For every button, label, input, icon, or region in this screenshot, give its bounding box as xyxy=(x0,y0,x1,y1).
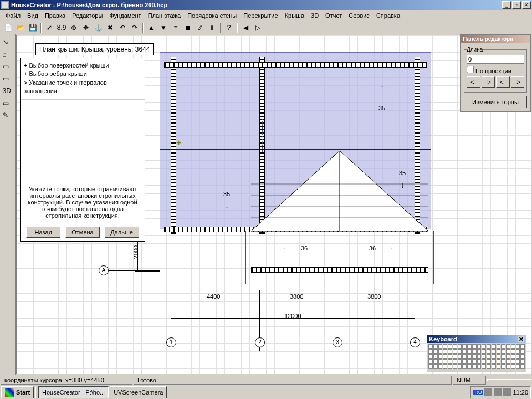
key[interactable] xyxy=(501,354,505,359)
menu-item[interactable]: План этажа xyxy=(145,11,184,20)
length-input[interactable] xyxy=(467,55,524,64)
menu-item[interactable]: Порядовка стены xyxy=(184,11,240,20)
key[interactable] xyxy=(443,354,447,359)
toolbar-button[interactable]: ⚓ xyxy=(93,22,104,33)
key[interactable] xyxy=(516,359,520,364)
key[interactable] xyxy=(511,354,515,359)
key[interactable] xyxy=(448,354,452,359)
key[interactable] xyxy=(511,359,515,364)
key[interactable] xyxy=(448,364,452,369)
key[interactable] xyxy=(453,354,457,359)
tray-icon[interactable] xyxy=(484,388,492,396)
tool-button[interactable]: ▭ xyxy=(2,74,13,85)
toolbar-button[interactable]: ≡ xyxy=(170,22,181,33)
menu-item[interactable]: Перекрытие xyxy=(240,11,281,20)
taskbar-task[interactable]: UVScreenCamera xyxy=(110,386,167,398)
key[interactable] xyxy=(487,354,491,359)
key[interactable] xyxy=(482,349,486,354)
key[interactable] xyxy=(501,349,505,354)
toolbar-button[interactable]: ↶ xyxy=(117,22,128,33)
key[interactable] xyxy=(453,359,457,364)
canvas[interactable]: План крыши: Крыша, уровень: 3644 + Выбор… xyxy=(16,35,531,374)
key[interactable] xyxy=(497,354,501,359)
key[interactable] xyxy=(443,349,447,354)
key[interactable] xyxy=(506,344,510,349)
menu-item[interactable]: Правка xyxy=(42,11,69,20)
toolbar-button[interactable]: 💾 xyxy=(27,22,38,33)
onscreen-keyboard[interactable]: Keyboard✕ xyxy=(427,335,526,372)
toolbar-button[interactable]: 8.9 xyxy=(56,22,67,33)
menu-item[interactable]: Редакторы xyxy=(69,11,106,20)
menu-item[interactable]: Справка xyxy=(373,11,403,20)
next-button[interactable]: Дальше xyxy=(105,227,139,238)
key[interactable] xyxy=(492,364,496,369)
tool-button[interactable]: ✎ xyxy=(2,111,13,122)
key[interactable] xyxy=(448,349,452,354)
toolbar-button[interactable]: ✖ xyxy=(105,22,116,33)
toolbar-button[interactable]: ⫽ xyxy=(195,22,206,33)
toolbar-button[interactable]: 📂 xyxy=(15,22,26,33)
key[interactable] xyxy=(462,344,467,349)
toolbar-button[interactable]: ↷ xyxy=(129,22,140,33)
toolbar-button[interactable]: ▼ xyxy=(158,22,169,33)
menu-item[interactable]: Фундамент xyxy=(106,11,144,20)
menu-item[interactable]: Отчет xyxy=(322,11,345,20)
key[interactable] xyxy=(438,354,443,359)
key[interactable] xyxy=(453,344,457,349)
key[interactable] xyxy=(443,344,447,349)
key[interactable] xyxy=(477,349,482,354)
cancel-button[interactable]: Отмена xyxy=(65,227,100,238)
key[interactable] xyxy=(506,349,510,354)
key[interactable] xyxy=(458,359,462,364)
tray-icon[interactable] xyxy=(503,388,511,396)
toolbar-button[interactable]: 📄 xyxy=(3,22,14,33)
key[interactable] xyxy=(453,349,457,354)
key[interactable] xyxy=(497,359,501,364)
menu-item[interactable]: Файл xyxy=(2,11,24,20)
key[interactable] xyxy=(520,359,525,364)
key[interactable] xyxy=(433,354,438,359)
toolbar-button[interactable]: ⫿ xyxy=(207,22,218,33)
key[interactable] xyxy=(511,349,515,354)
projection-checkbox[interactable] xyxy=(467,66,474,73)
key[interactable] xyxy=(448,344,452,349)
key[interactable] xyxy=(497,349,501,354)
key[interactable] xyxy=(482,359,486,364)
key[interactable] xyxy=(438,349,443,354)
arrow-left-button[interactable]: <- xyxy=(467,76,480,88)
menu-item[interactable]: Вид xyxy=(24,11,42,20)
key[interactable] xyxy=(501,359,505,364)
key[interactable] xyxy=(487,364,491,369)
key[interactable] xyxy=(506,364,510,369)
key[interactable] xyxy=(501,344,505,349)
key[interactable] xyxy=(433,349,438,354)
key[interactable] xyxy=(467,364,472,369)
key[interactable] xyxy=(428,364,433,369)
key[interactable] xyxy=(492,354,496,359)
key[interactable] xyxy=(428,344,433,349)
key[interactable] xyxy=(428,354,433,359)
key[interactable] xyxy=(477,344,482,349)
close-button[interactable]: ✕ xyxy=(522,1,531,9)
arrow-left-button[interactable]: <- xyxy=(496,76,510,88)
toolbar-button[interactable]: ≣ xyxy=(182,22,193,33)
key[interactable] xyxy=(477,364,482,369)
key[interactable] xyxy=(482,344,486,349)
menu-item[interactable]: 3D xyxy=(308,11,322,20)
minimize-button[interactable]: _ xyxy=(502,1,511,9)
menu-item[interactable]: Сервис xyxy=(345,11,373,20)
key[interactable] xyxy=(516,344,520,349)
tool-button[interactable]: 3D xyxy=(2,86,13,98)
toolbar-button[interactable]: ⤢ xyxy=(44,22,55,33)
key[interactable] xyxy=(511,364,515,369)
key[interactable] xyxy=(433,359,438,364)
arrow-right-button[interactable]: -> xyxy=(511,76,525,88)
key[interactable] xyxy=(477,354,482,359)
key[interactable] xyxy=(501,364,505,369)
key[interactable] xyxy=(520,349,525,354)
key[interactable] xyxy=(497,364,501,369)
taskbar-task[interactable]: HouseCreator - P:\ho... xyxy=(38,386,109,398)
key[interactable] xyxy=(492,359,496,364)
key[interactable] xyxy=(516,364,520,369)
key[interactable] xyxy=(448,359,452,364)
